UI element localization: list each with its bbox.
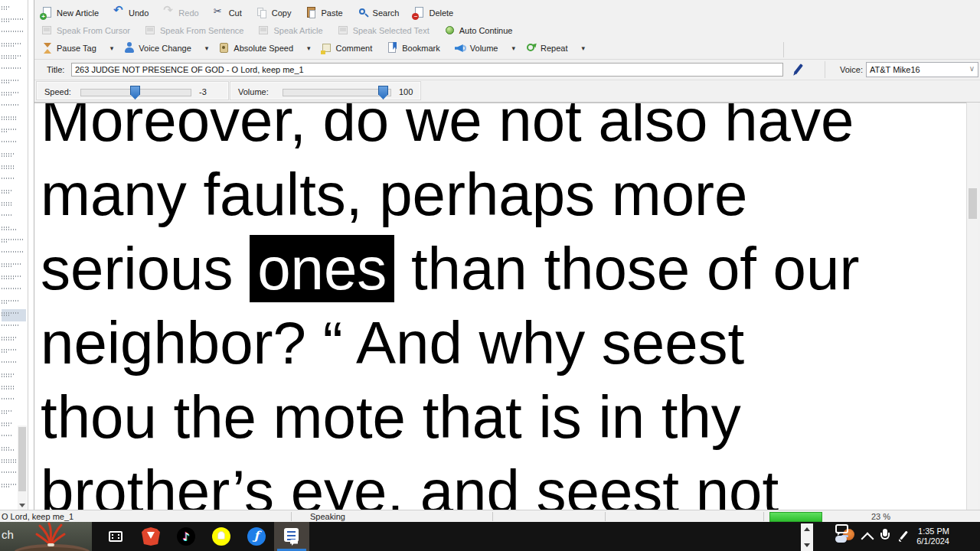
button-label: Speak Article	[273, 26, 322, 35]
list-item[interactable]	[2, 64, 26, 77]
f-app-taskbar-button[interactable]	[239, 522, 274, 551]
volume-value: 100	[399, 87, 413, 96]
copy-button[interactable]: Copy	[254, 6, 294, 20]
list-item[interactable]	[2, 370, 26, 383]
list-item[interactable]	[2, 395, 26, 407]
list-item[interactable]	[2, 297, 26, 309]
panel-splitter[interactable]	[28, 0, 28, 510]
scroll-down-icon[interactable]	[804, 543, 810, 547]
auto-continue-button[interactable]: Auto Continue	[442, 24, 515, 37]
paste-button[interactable]: Paste	[303, 6, 345, 20]
cut-button[interactable]: Cut	[211, 6, 244, 20]
list-item[interactable]	[2, 346, 26, 358]
dropdown-arrow-icon[interactable]: ▾	[307, 44, 311, 52]
absolute-speed-button[interactable]: Absolute Speed	[216, 41, 296, 55]
button-label: Cut	[229, 8, 242, 18]
list-item[interactable]	[2, 162, 26, 174]
list-item[interactable]	[2, 260, 26, 272]
chevron-down-icon[interactable]: ∨	[969, 64, 975, 73]
comment-button[interactable]: Comment	[318, 41, 375, 55]
speak-from-cursor-button[interactable]: Speak From Cursor	[39, 24, 132, 37]
article-scrollbar[interactable]	[966, 103, 978, 510]
ink-pen-icon[interactable]	[898, 529, 909, 544]
line-post: than those of our	[394, 235, 859, 302]
hidden-icons-chevron-icon[interactable]	[861, 533, 874, 546]
brave-taskbar-button[interactable]	[133, 522, 168, 551]
dropdown-arrow-icon[interactable]: ▾	[110, 44, 114, 52]
tiktok-taskbar-button[interactable]	[168, 522, 204, 551]
list-item[interactable]	[2, 174, 26, 187]
edit-title-button[interactable]	[789, 61, 809, 78]
divider	[763, 512, 764, 521]
list-item[interactable]	[2, 150, 26, 162]
list-item[interactable]	[2, 113, 26, 126]
list-item[interactable]	[2, 321, 26, 334]
redo-button[interactable]: Redo	[161, 6, 201, 20]
snapchat-taskbar-button[interactable]	[204, 522, 239, 551]
list-item[interactable]	[2, 126, 26, 138]
list-item[interactable]	[2, 211, 26, 223]
list-item[interactable]	[2, 187, 26, 199]
brave-icon	[142, 527, 160, 546]
list-item[interactable]	[2, 236, 26, 248]
list-item[interactable]	[2, 101, 26, 113]
article-list-scrollbar[interactable]	[18, 425, 27, 510]
title-input[interactable]	[71, 63, 783, 77]
volume-button[interactable]: Volume	[452, 41, 501, 55]
repeat-button[interactable]: Repeat	[523, 41, 570, 55]
list-item[interactable]	[2, 285, 26, 297]
volume-slider[interactable]	[283, 89, 391, 96]
notifications-icon[interactable]	[960, 529, 974, 544]
list-item[interactable]	[2, 358, 26, 370]
list-item[interactable]	[2, 28, 26, 40]
list-item[interactable]	[2, 272, 26, 285]
list-item[interactable]	[2, 248, 26, 260]
list-item[interactable]	[2, 89, 26, 101]
background-scrollbar[interactable]	[801, 523, 813, 551]
clock[interactable]: 1:35 PM 6/1/2024	[916, 527, 949, 546]
speed-group: Speed: -3	[36, 81, 229, 100]
list-item[interactable]	[2, 334, 26, 346]
list-item[interactable]	[2, 383, 26, 395]
dropdown-arrow-icon[interactable]: ▾	[582, 44, 586, 52]
list-item[interactable]	[2, 40, 26, 52]
list-item[interactable]	[2, 15, 26, 28]
article-text-area[interactable]: Moreover, do we not also havemany faults…	[34, 103, 966, 510]
delete-icon	[413, 7, 426, 19]
voice-change-button[interactable]: Voice Change	[121, 41, 194, 55]
dropdown-arrow-icon[interactable]: ▾	[205, 44, 209, 52]
divider	[605, 512, 606, 521]
scroll-down-icon[interactable]	[19, 504, 25, 507]
list-item[interactable]	[2, 77, 26, 89]
status-state: Speaking	[310, 512, 345, 521]
speak-selected-text-button[interactable]: Speak Selected Text	[335, 24, 432, 37]
delete-button[interactable]: Delete	[411, 6, 456, 20]
scrollbar-thumb[interactable]	[18, 427, 26, 491]
task-view-taskbar-button[interactable]	[98, 522, 133, 551]
undo-button[interactable]: Undo	[111, 6, 151, 20]
textaloud-taskbar-button[interactable]	[274, 522, 309, 551]
microphone-icon[interactable]	[880, 529, 890, 544]
article-line: thou the mote that is in thy	[41, 380, 966, 455]
new-article-button[interactable]: New Article	[39, 6, 101, 20]
voice-select[interactable]: AT&T Mike16 ∨	[866, 62, 978, 77]
pause-tag-button[interactable]: Pause Tag	[39, 41, 99, 55]
speak-article-button[interactable]: Speak Article	[256, 24, 325, 37]
list-item[interactable]	[2, 199, 26, 211]
search-button[interactable]: Search	[355, 6, 402, 20]
list-item[interactable]	[2, 223, 26, 236]
list-item[interactable]	[2, 407, 26, 419]
volume-slider-thumb[interactable]	[378, 86, 388, 99]
list-item[interactable]	[2, 52, 26, 64]
speed-slider-thumb[interactable]	[130, 86, 140, 99]
scrollbar-thumb[interactable]	[969, 188, 977, 219]
bookmark-button[interactable]: Bookmark	[384, 41, 443, 55]
dropdown-arrow-icon[interactable]: ▾	[511, 44, 515, 52]
scroll-up-icon[interactable]	[804, 527, 810, 531]
list-item[interactable]	[2, 309, 26, 321]
toolbar-row-edit: New ArticleUndoRedoCutCopyPasteSearchDel…	[39, 5, 977, 21]
speed-slider[interactable]	[80, 89, 191, 96]
list-item[interactable]	[2, 138, 26, 150]
list-item[interactable]	[2, 3, 26, 15]
speak-from-sentence-button[interactable]: Speak From Sentence	[142, 24, 246, 37]
